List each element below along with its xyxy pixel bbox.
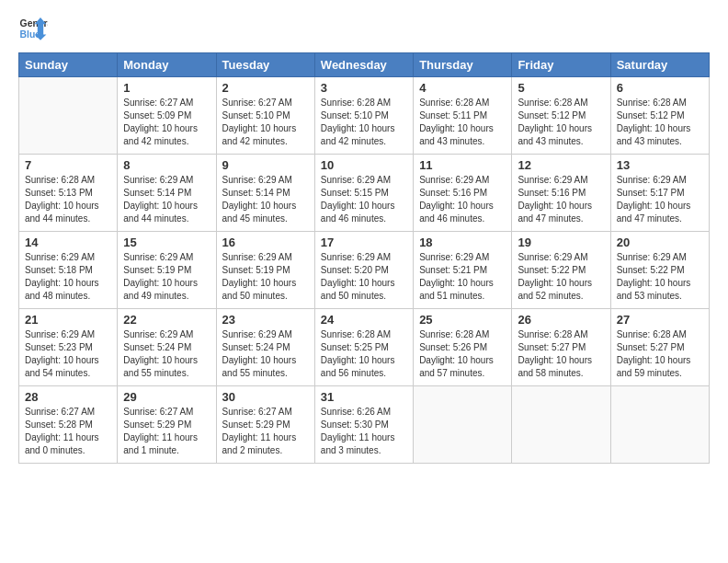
calendar-week-2: 7Sunrise: 6:28 AM Sunset: 5:13 PM Daylig… bbox=[19, 155, 710, 232]
calendar-cell: 5Sunrise: 6:28 AM Sunset: 5:12 PM Daylig… bbox=[512, 77, 610, 155]
day-info: Sunrise: 6:29 AM Sunset: 5:24 PM Dayligh… bbox=[123, 328, 210, 380]
calendar-cell: 13Sunrise: 6:29 AM Sunset: 5:17 PM Dayli… bbox=[610, 155, 709, 232]
day-number: 16 bbox=[222, 236, 309, 249]
calendar-cell: 7Sunrise: 6:28 AM Sunset: 5:13 PM Daylig… bbox=[19, 155, 118, 232]
day-number: 2 bbox=[222, 81, 309, 95]
day-number: 19 bbox=[518, 236, 604, 249]
calendar-cell: 22Sunrise: 6:29 AM Sunset: 5:24 PM Dayli… bbox=[118, 309, 216, 386]
day-number: 14 bbox=[25, 236, 111, 249]
day-info: Sunrise: 6:27 AM Sunset: 5:29 PM Dayligh… bbox=[123, 406, 210, 457]
day-info: Sunrise: 6:28 AM Sunset: 5:12 PM Dayligh… bbox=[518, 97, 604, 148]
day-number: 31 bbox=[321, 390, 407, 404]
calendar-cell: 11Sunrise: 6:29 AM Sunset: 5:16 PM Dayli… bbox=[414, 155, 512, 232]
day-info: Sunrise: 6:29 AM Sunset: 5:22 PM Dayligh… bbox=[617, 251, 703, 303]
calendar-cell: 14Sunrise: 6:29 AM Sunset: 5:18 PM Dayli… bbox=[19, 232, 118, 309]
calendar-cell: 17Sunrise: 6:29 AM Sunset: 5:20 PM Dayli… bbox=[314, 232, 413, 309]
calendar-cell: 1Sunrise: 6:27 AM Sunset: 5:09 PM Daylig… bbox=[118, 77, 216, 155]
day-number: 8 bbox=[123, 158, 210, 172]
calendar-cell: 15Sunrise: 6:29 AM Sunset: 5:19 PM Dayli… bbox=[118, 232, 216, 309]
weekday-header-row: SundayMondayTuesdayWednesdayThursdayFrid… bbox=[19, 53, 710, 77]
day-info: Sunrise: 6:28 AM Sunset: 5:27 PM Dayligh… bbox=[617, 328, 703, 380]
day-info: Sunrise: 6:29 AM Sunset: 5:14 PM Dayligh… bbox=[222, 174, 309, 225]
day-number: 25 bbox=[419, 313, 506, 327]
day-info: Sunrise: 6:29 AM Sunset: 5:17 PM Dayligh… bbox=[617, 174, 703, 225]
calendar-table: SundayMondayTuesdayWednesdayThursdayFrid… bbox=[18, 52, 710, 464]
calendar-week-3: 14Sunrise: 6:29 AM Sunset: 5:18 PM Dayli… bbox=[19, 232, 710, 309]
calendar-cell: 9Sunrise: 6:29 AM Sunset: 5:14 PM Daylig… bbox=[216, 155, 314, 232]
calendar-cell: 8Sunrise: 6:29 AM Sunset: 5:14 PM Daylig… bbox=[118, 155, 216, 232]
day-info: Sunrise: 6:29 AM Sunset: 5:23 PM Dayligh… bbox=[25, 328, 111, 380]
day-info: Sunrise: 6:27 AM Sunset: 5:10 PM Dayligh… bbox=[222, 97, 309, 148]
day-number: 30 bbox=[222, 390, 309, 404]
day-info: Sunrise: 6:29 AM Sunset: 5:16 PM Dayligh… bbox=[419, 174, 506, 225]
weekday-friday: Friday bbox=[512, 53, 610, 77]
calendar-cell: 24Sunrise: 6:28 AM Sunset: 5:25 PM Dayli… bbox=[314, 309, 413, 386]
calendar-cell: 12Sunrise: 6:29 AM Sunset: 5:16 PM Dayli… bbox=[512, 155, 610, 232]
day-number: 22 bbox=[123, 313, 210, 327]
weekday-sunday: Sunday bbox=[19, 53, 118, 77]
day-info: Sunrise: 6:29 AM Sunset: 5:20 PM Dayligh… bbox=[321, 251, 407, 303]
calendar-cell bbox=[414, 386, 512, 464]
calendar-cell: 27Sunrise: 6:28 AM Sunset: 5:27 PM Dayli… bbox=[610, 309, 709, 386]
day-number: 9 bbox=[222, 158, 309, 172]
day-info: Sunrise: 6:29 AM Sunset: 5:16 PM Dayligh… bbox=[518, 174, 604, 225]
day-info: Sunrise: 6:29 AM Sunset: 5:21 PM Dayligh… bbox=[419, 251, 506, 303]
day-info: Sunrise: 6:27 AM Sunset: 5:29 PM Dayligh… bbox=[222, 406, 309, 457]
calendar-cell: 19Sunrise: 6:29 AM Sunset: 5:22 PM Dayli… bbox=[512, 232, 610, 309]
day-info: Sunrise: 6:29 AM Sunset: 5:19 PM Dayligh… bbox=[222, 251, 309, 303]
day-info: Sunrise: 6:28 AM Sunset: 5:11 PM Dayligh… bbox=[419, 97, 506, 148]
day-info: Sunrise: 6:28 AM Sunset: 5:12 PM Dayligh… bbox=[617, 97, 703, 148]
day-number: 26 bbox=[518, 313, 604, 327]
calendar-cell: 25Sunrise: 6:28 AM Sunset: 5:26 PM Dayli… bbox=[414, 309, 512, 386]
day-number: 4 bbox=[419, 81, 506, 95]
calendar-cell: 30Sunrise: 6:27 AM Sunset: 5:29 PM Dayli… bbox=[216, 386, 314, 464]
day-info: Sunrise: 6:26 AM Sunset: 5:30 PM Dayligh… bbox=[321, 406, 407, 457]
calendar-week-4: 21Sunrise: 6:29 AM Sunset: 5:23 PM Dayli… bbox=[19, 309, 710, 386]
calendar-week-1: 1Sunrise: 6:27 AM Sunset: 5:09 PM Daylig… bbox=[19, 77, 710, 155]
calendar-cell bbox=[610, 386, 709, 464]
day-number: 21 bbox=[25, 313, 111, 327]
day-number: 5 bbox=[518, 81, 604, 95]
day-number: 1 bbox=[123, 81, 210, 95]
weekday-monday: Monday bbox=[118, 53, 216, 77]
day-number: 28 bbox=[25, 390, 111, 404]
day-number: 17 bbox=[321, 236, 407, 249]
weekday-tuesday: Tuesday bbox=[216, 53, 314, 77]
day-number: 23 bbox=[222, 313, 309, 327]
day-info: Sunrise: 6:29 AM Sunset: 5:22 PM Dayligh… bbox=[518, 251, 604, 303]
day-number: 24 bbox=[321, 313, 407, 327]
day-number: 20 bbox=[617, 236, 703, 249]
calendar-cell: 2Sunrise: 6:27 AM Sunset: 5:10 PM Daylig… bbox=[216, 77, 314, 155]
weekday-thursday: Thursday bbox=[414, 53, 512, 77]
calendar-cell bbox=[512, 386, 610, 464]
day-number: 13 bbox=[617, 158, 703, 172]
page-header: General Blue bbox=[18, 14, 710, 43]
day-number: 15 bbox=[123, 236, 210, 249]
calendar-cell: 29Sunrise: 6:27 AM Sunset: 5:29 PM Dayli… bbox=[118, 386, 216, 464]
calendar-cell: 3Sunrise: 6:28 AM Sunset: 5:10 PM Daylig… bbox=[314, 77, 413, 155]
calendar-cell: 26Sunrise: 6:28 AM Sunset: 5:27 PM Dayli… bbox=[512, 309, 610, 386]
weekday-wednesday: Wednesday bbox=[314, 53, 413, 77]
day-number: 11 bbox=[419, 158, 506, 172]
day-info: Sunrise: 6:28 AM Sunset: 5:10 PM Dayligh… bbox=[321, 97, 407, 148]
day-number: 12 bbox=[518, 158, 604, 172]
day-number: 7 bbox=[25, 158, 111, 172]
calendar-cell: 6Sunrise: 6:28 AM Sunset: 5:12 PM Daylig… bbox=[610, 77, 709, 155]
calendar-cell: 10Sunrise: 6:29 AM Sunset: 5:15 PM Dayli… bbox=[314, 155, 413, 232]
day-info: Sunrise: 6:29 AM Sunset: 5:19 PM Dayligh… bbox=[123, 251, 210, 303]
calendar-cell bbox=[19, 77, 118, 155]
day-info: Sunrise: 6:28 AM Sunset: 5:26 PM Dayligh… bbox=[419, 328, 506, 380]
day-number: 29 bbox=[123, 390, 210, 404]
day-number: 10 bbox=[321, 158, 407, 172]
calendar-cell: 4Sunrise: 6:28 AM Sunset: 5:11 PM Daylig… bbox=[414, 77, 512, 155]
day-info: Sunrise: 6:27 AM Sunset: 5:28 PM Dayligh… bbox=[25, 406, 111, 457]
day-info: Sunrise: 6:28 AM Sunset: 5:25 PM Dayligh… bbox=[321, 328, 407, 380]
day-number: 3 bbox=[321, 81, 407, 95]
day-info: Sunrise: 6:28 AM Sunset: 5:13 PM Dayligh… bbox=[25, 174, 111, 225]
calendar-cell: 23Sunrise: 6:29 AM Sunset: 5:24 PM Dayli… bbox=[216, 309, 314, 386]
calendar-cell: 31Sunrise: 6:26 AM Sunset: 5:30 PM Dayli… bbox=[314, 386, 413, 464]
day-number: 27 bbox=[617, 313, 703, 327]
day-info: Sunrise: 6:29 AM Sunset: 5:14 PM Dayligh… bbox=[123, 174, 210, 225]
logo: General Blue bbox=[18, 14, 48, 43]
calendar-cell: 16Sunrise: 6:29 AM Sunset: 5:19 PM Dayli… bbox=[216, 232, 314, 309]
